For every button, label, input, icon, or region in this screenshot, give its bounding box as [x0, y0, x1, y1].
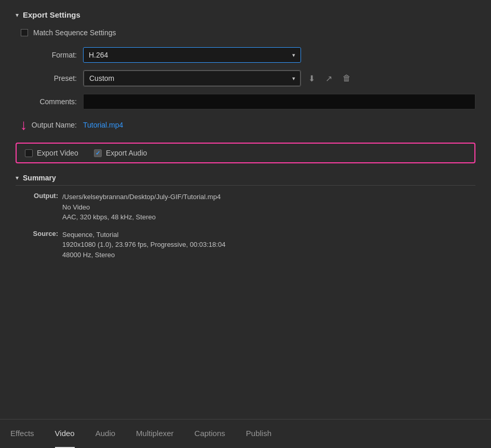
preset-select[interactable]: CustomMatch Source - High bitrateMatch S…: [84, 71, 301, 86]
summary-source-values: Sequence, Tutorial 1920x1080 (1.0), 23.9…: [62, 230, 225, 260]
tab-video[interactable]: Video: [55, 419, 75, 448]
summary-output-line3: AAC, 320 kbps, 48 kHz, Stereo: [62, 212, 221, 222]
summary-output-key: Output:: [26, 192, 62, 200]
summary-section: ▾ Summary Output: /Users/kelseybrannan/D…: [16, 174, 475, 260]
match-sequence-label: Match Sequence Settings: [33, 29, 116, 37]
tab-multiplexer[interactable]: Multiplexer: [136, 419, 174, 448]
export-video-option: Export Video: [25, 149, 78, 157]
summary-source-row: Source: Sequence, Tutorial 1920x1080 (1.…: [26, 230, 475, 260]
preset-delete-button[interactable]: 🗑: [339, 72, 354, 85]
preset-select-wrapper: CustomMatch Source - High bitrateMatch S…: [83, 70, 301, 87]
tab-effects[interactable]: Effects: [10, 419, 34, 448]
section-chevron[interactable]: ▾: [16, 11, 19, 19]
summary-chevron-icon[interactable]: ▾: [16, 174, 19, 181]
format-control: H.264H.265MPEG-4QuickTimeAVI ▾: [83, 47, 475, 63]
comments-control: [83, 94, 475, 109]
summary-title: Summary: [23, 174, 56, 182]
preset-save-button[interactable]: ⬇: [305, 72, 318, 86]
export-audio-label: Export Audio: [106, 149, 147, 157]
import-preset-icon: ↗: [325, 74, 332, 83]
format-row: Format: H.264H.265MPEG-4QuickTimeAVI ▾: [16, 47, 475, 63]
preset-row: Preset: CustomMatch Source - High bitrat…: [16, 70, 475, 87]
preset-controls: CustomMatch Source - High bitrateMatch S…: [83, 70, 354, 87]
preset-label: Preset:: [16, 74, 83, 82]
comments-row: Comments:: [16, 94, 475, 109]
tab-captions[interactable]: Captions: [195, 419, 225, 448]
comments-input[interactable]: [83, 94, 475, 109]
summary-source-line1: Sequence, Tutorial: [62, 230, 225, 240]
summary-source-key: Source:: [26, 230, 62, 237]
export-settings-header: ▾ Export Settings: [16, 10, 475, 19]
save-preset-icon: ⬇: [308, 74, 315, 83]
section-title: Export Settings: [23, 10, 80, 19]
summary-output-path: /Users/kelseybrannan/Desktop/July-GIF/Tu…: [62, 192, 221, 202]
export-options-row: Export Video Export Audio: [16, 143, 475, 163]
bottom-tabs: Effects Video Audio Multiplexer Captions…: [0, 419, 491, 448]
summary-source-line2: 1920x1080 (1.0), 23.976 fps, Progressive…: [62, 240, 225, 250]
comments-label: Comments:: [16, 97, 83, 106]
format-select-wrapper: H.264H.265MPEG-4QuickTimeAVI ▾: [83, 47, 301, 63]
delete-preset-icon: 🗑: [343, 74, 351, 83]
tab-publish[interactable]: Publish: [246, 419, 271, 448]
export-audio-checkbox[interactable]: [94, 149, 102, 157]
summary-content: Output: /Users/kelseybrannan/Desktop/Jul…: [26, 192, 475, 260]
annotation-arrow-icon: ↓: [20, 117, 28, 133]
summary-source-line3: 48000 Hz, Stereo: [62, 250, 225, 260]
format-select[interactable]: H.264H.265MPEG-4QuickTimeAVI: [84, 48, 301, 62]
export-video-label: Export Video: [37, 149, 78, 157]
summary-header: ▾ Summary: [16, 174, 475, 186]
format-label: Format:: [16, 51, 83, 59]
output-name-row: ↓ Output Name: Tutorial.mp4: [16, 117, 475, 133]
output-label-wrapper: ↓ Output Name:: [16, 117, 83, 133]
preset-import-button[interactable]: ↗: [322, 72, 335, 86]
match-sequence-checkbox[interactable]: [21, 29, 28, 36]
output-name-label: Output Name:: [32, 121, 77, 129]
summary-output-row: Output: /Users/kelseybrannan/Desktop/Jul…: [26, 192, 475, 222]
match-sequence-row: Match Sequence Settings: [21, 29, 475, 37]
summary-output-values: /Users/kelseybrannan/Desktop/July-GIF/Tu…: [62, 192, 221, 222]
tab-audio[interactable]: Audio: [96, 419, 115, 448]
export-audio-option: Export Audio: [94, 149, 147, 157]
summary-output-line2: No Video: [62, 202, 221, 213]
export-video-checkbox[interactable]: [25, 149, 33, 157]
output-filename-link[interactable]: Tutorial.mp4: [83, 121, 123, 129]
